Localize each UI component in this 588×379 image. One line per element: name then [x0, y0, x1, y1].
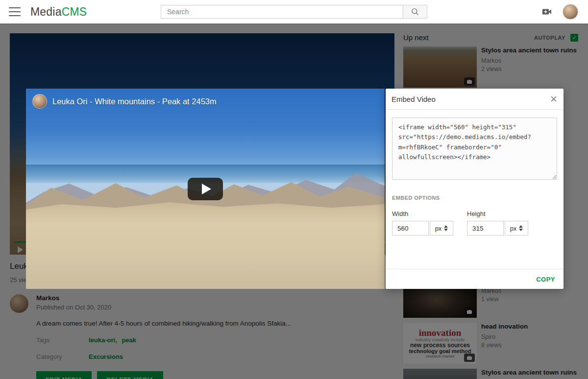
width-label: Width	[392, 210, 467, 217]
page: MediaCMS Leuka Ori - White mountains - P…	[0, 0, 588, 379]
search-icon	[411, 7, 419, 16]
spinner-arrows-icon	[519, 225, 523, 231]
play-button[interactable]	[188, 178, 223, 200]
foreground-terrain	[26, 199, 385, 289]
copy-button[interactable]: COPY	[536, 276, 555, 283]
width-input[interactable]	[392, 221, 429, 236]
play-icon	[202, 184, 211, 194]
brand-media: Media	[30, 5, 62, 18]
dialog-title: Embed Video	[392, 95, 436, 103]
embed-options-label: EMBED OPTIONS	[392, 195, 557, 201]
height-input[interactable]	[467, 221, 504, 236]
brand-logo[interactable]: MediaCMS	[30, 5, 87, 19]
top-bar: MediaCMS	[0, 0, 588, 24]
brand-cms: CMS	[62, 5, 87, 18]
close-icon[interactable]: ✕	[550, 95, 558, 104]
height-unit-value: px	[510, 225, 517, 232]
embed-options-fields: Width px Height px	[392, 210, 557, 236]
dialog-body: <iframe width="560" height="315" src="ht…	[386, 110, 564, 236]
add-video-icon	[541, 6, 553, 17]
search-button[interactable]	[403, 5, 427, 19]
embed-video-preview[interactable]: Leuka Ori - White mountains - Peak at 24…	[26, 89, 385, 289]
user-avatar[interactable]	[563, 4, 578, 20]
embed-video-dialog: Embed Video ✕ <iframe width="560" height…	[386, 89, 564, 289]
spinner-arrows-icon	[444, 225, 448, 231]
preview-video-title: Leuka Ori - White mountains - Peak at 24…	[52, 97, 217, 106]
width-unit-value: px	[435, 225, 442, 232]
height-unit-select[interactable]: px	[505, 221, 528, 236]
preview-header: Leuka Ori - White mountains - Peak at 24…	[32, 94, 217, 109]
search-bar	[161, 5, 427, 19]
width-unit-select[interactable]: px	[430, 221, 453, 236]
dialog-header: Embed Video ✕	[386, 89, 564, 110]
dialog-footer: COPY	[386, 269, 564, 289]
upload-media-button[interactable]	[541, 6, 553, 17]
height-label: Height	[467, 210, 542, 217]
search-input[interactable]	[161, 5, 403, 19]
channel-avatar[interactable]	[32, 94, 47, 109]
menu-icon[interactable]	[9, 7, 21, 16]
embed-code-textarea[interactable]: <iframe width="560" height="315" src="ht…	[392, 118, 557, 180]
